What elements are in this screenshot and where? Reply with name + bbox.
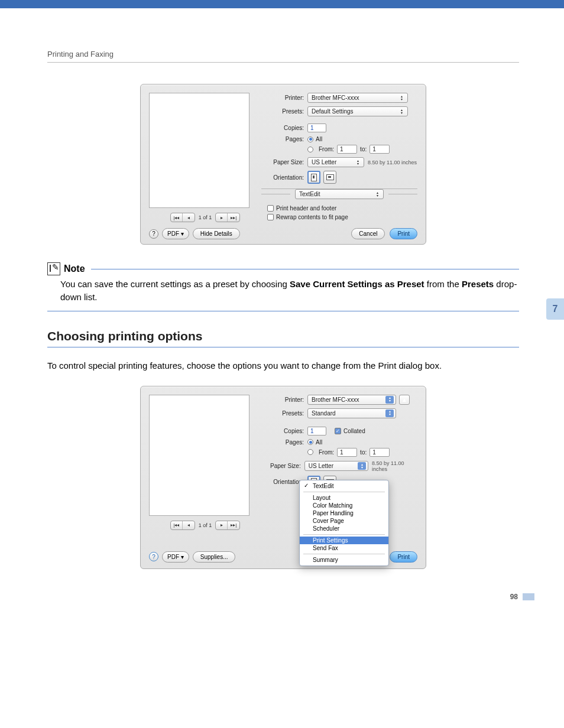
next-page-icon[interactable]: ▸: [216, 213, 228, 222]
stepper-icon: ▴▾: [354, 158, 362, 166]
paper-size-label: Paper Size:: [261, 463, 304, 469]
panel-popup-menu[interactable]: TextEdit Layout Color Matching Paper Han…: [299, 480, 389, 566]
from-label: From:: [319, 146, 334, 152]
to-label: to:: [360, 449, 367, 456]
menu-item-textedit[interactable]: TextEdit: [300, 482, 388, 490]
from-input[interactable]: 1: [337, 145, 357, 154]
help-button[interactable]: ?: [149, 229, 158, 239]
cancel-button[interactable]: Cancel: [351, 228, 385, 239]
from-label: From:: [319, 449, 334, 456]
copies-input[interactable]: 1: [307, 124, 326, 132]
page-preview: [149, 395, 249, 516]
presets-select[interactable]: Default Settings ▴▾: [307, 106, 408, 116]
pages-range-radio[interactable]: [307, 449, 313, 455]
pager-back-group[interactable]: |◂◂ ◂: [170, 521, 195, 530]
next-page-icon[interactable]: ▸: [216, 521, 228, 529]
supplies-button[interactable]: Supplies...: [193, 551, 236, 563]
pager-fwd-group[interactable]: ▸ ▸▸|: [215, 213, 240, 222]
paper-size-label: Paper Size:: [261, 159, 307, 165]
pdf-button[interactable]: PDF ▾: [162, 551, 189, 563]
pager-text: 1 of 1: [199, 522, 212, 528]
printer-select[interactable]: Brother MFC-xxxx ▴▾: [307, 93, 408, 103]
stepper-icon: ▴▾: [385, 396, 394, 404]
pages-all-label: All: [316, 136, 322, 142]
rewrap-label: Rewrap contents to fit page: [276, 214, 348, 220]
collated-checkbox[interactable]: ✓: [335, 428, 341, 434]
pages-all-radio[interactable]: [307, 136, 313, 142]
printer-label: Printer:: [261, 396, 307, 403]
print-button[interactable]: Print: [390, 228, 417, 239]
section-body: To control special printing features, ch…: [47, 360, 519, 370]
paper-dimensions: 8.50 by 11.00 inches: [372, 460, 417, 472]
copies-label: Copies:: [261, 125, 307, 131]
print-button[interactable]: Print: [390, 551, 417, 563]
top-brand-bar: [0, 0, 564, 8]
hide-details-button[interactable]: Hide Details: [193, 228, 240, 239]
paper-size-select[interactable]: US Letter ▴▾: [304, 461, 368, 471]
menu-item-paper-handling[interactable]: Paper Handling: [300, 509, 388, 517]
menu-item-scheduler[interactable]: Scheduler: [300, 525, 388, 532]
print-header-checkbox[interactable]: [267, 205, 274, 212]
section-heading: Choosing printing options: [47, 329, 519, 347]
print-dialog-1: |◂◂ ◂ 1 of 1 ▸ ▸▸| Printer: Brother MFC-…: [140, 84, 426, 245]
pager-text: 1 of 1: [199, 214, 212, 220]
print-header-label: Print header and footer: [276, 205, 336, 212]
copies-input[interactable]: 1: [307, 427, 326, 436]
panel-select[interactable]: TextEdit ▴▾: [295, 189, 384, 199]
paper-size-select[interactable]: US Letter ▴▾: [307, 157, 364, 167]
to-input[interactable]: 1: [369, 145, 390, 154]
note-title: Note: [64, 264, 85, 274]
page-preview: [149, 93, 249, 208]
copies-label: Copies:: [261, 428, 307, 434]
pages-all-radio[interactable]: [307, 439, 313, 445]
pager-fwd-group[interactable]: ▸ ▸▸|: [215, 521, 240, 530]
stepper-icon: ▴▾: [397, 108, 406, 115]
first-page-icon[interactable]: |◂◂: [171, 521, 183, 529]
to-label: to:: [360, 146, 367, 152]
last-page-icon[interactable]: ▸▸|: [228, 521, 239, 529]
note-block: Note You can save the current settings a…: [47, 262, 519, 311]
to-input[interactable]: 1: [369, 448, 390, 457]
printer-status-button[interactable]: ▲: [399, 395, 410, 405]
orientation-portrait[interactable]: [307, 171, 320, 184]
menu-item-print-settings[interactable]: Print Settings: [300, 537, 388, 544]
collated-label: Collated: [343, 428, 365, 434]
menu-item-cover-page[interactable]: Cover Page: [300, 517, 388, 525]
pages-range-radio[interactable]: [307, 147, 313, 152]
presets-label: Presets:: [261, 108, 307, 115]
help-button[interactable]: ?: [149, 552, 158, 561]
pages-label: Pages:: [261, 136, 307, 142]
chapter-tab: 7: [546, 298, 564, 320]
menu-item-layout[interactable]: Layout: [300, 494, 388, 502]
last-page-icon[interactable]: ▸▸|: [228, 213, 239, 222]
stepper-icon: ▴▾: [397, 94, 406, 102]
paper-dimensions: 8.50 by 11.00 inches: [368, 160, 417, 165]
menu-item-color-matching[interactable]: Color Matching: [300, 502, 388, 509]
print-dialog-2: |◂◂ ◂ 1 of 1 ▸ ▸▸| Printer: Brother MFC-…: [140, 386, 426, 569]
menu-item-send-fax[interactable]: Send Fax: [300, 544, 388, 552]
page-header-section: Printing and Faxing: [47, 50, 519, 63]
stepper-icon: ▴▾: [373, 190, 381, 198]
stepper-icon: ▴▾: [358, 462, 366, 470]
pdf-button[interactable]: PDF ▾: [162, 228, 189, 239]
presets-select[interactable]: Standard ▴▾: [307, 408, 396, 418]
page-number: 98: [510, 593, 534, 601]
orientation-label: Orientation:: [261, 174, 307, 181]
first-page-icon[interactable]: |◂◂: [171, 213, 183, 222]
from-input[interactable]: 1: [337, 448, 357, 457]
note-icon: [47, 262, 60, 275]
orientation-landscape[interactable]: [323, 171, 336, 184]
pages-label: Pages:: [261, 439, 307, 446]
prev-page-icon[interactable]: ◂: [183, 213, 195, 222]
stepper-icon: ▴▾: [385, 410, 394, 417]
printer-label: Printer:: [261, 95, 307, 101]
menu-item-summary[interactable]: Summary: [300, 556, 388, 564]
pager-back-group[interactable]: |◂◂ ◂: [170, 213, 195, 222]
rewrap-checkbox[interactable]: [267, 214, 274, 220]
printer-select[interactable]: Brother MFC-xxxx ▴▾: [307, 395, 396, 405]
presets-label: Presets:: [261, 410, 307, 417]
pages-all-label: All: [316, 439, 322, 446]
note-body: You can save the current settings as a p…: [47, 275, 519, 311]
prev-page-icon[interactable]: ◂: [183, 521, 195, 529]
